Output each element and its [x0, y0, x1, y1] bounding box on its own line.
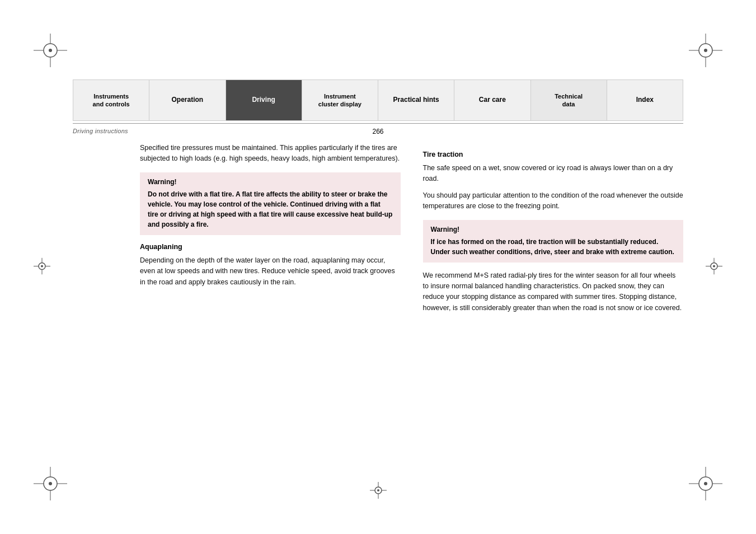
nav-item-index[interactable]: Index — [607, 80, 683, 120]
page-number: 266 — [372, 128, 383, 135]
corner-mark-tl — [34, 34, 67, 67]
intro-text: Specified tire pressures must be maintai… — [140, 143, 401, 165]
svg-point-41 — [377, 489, 379, 491]
svg-point-5 — [49, 49, 52, 52]
warning1-text: Do not drive with a flat tire. A flat ti… — [148, 189, 393, 229]
svg-point-11 — [704, 49, 707, 52]
corner-mark-bl — [34, 467, 67, 500]
section-label: Driving instructions — [73, 128, 128, 134]
side-mark-bottom — [370, 482, 387, 500]
right-column: Tire traction The safe speed on a wet, s… — [423, 143, 684, 461]
nav-item-instruments[interactable]: Instruments and controls — [73, 80, 149, 120]
nav-item-technical-data[interactable]: Technical data — [531, 80, 607, 120]
left-column: Specified tire pressures must be maintai… — [73, 143, 401, 461]
tire-traction-title: Tire traction — [423, 151, 684, 158]
content-area: Specified tire pressures must be maintai… — [73, 143, 683, 461]
svg-point-23 — [704, 482, 707, 485]
corner-mark-br — [689, 467, 722, 500]
side-mark-right — [706, 258, 722, 277]
corner-mark-tr — [689, 34, 722, 67]
svg-point-17 — [49, 482, 52, 485]
nav-item-operation[interactable]: Operation — [149, 80, 226, 120]
warning-box-1: Warning! Do not drive with a flat tire. … — [140, 172, 401, 235]
nav-item-driving[interactable]: Driving — [226, 80, 302, 120]
navigation-bar: Instruments and controls Operation Drivi… — [73, 79, 683, 121]
aquaplaning-title: Aquaplaning — [140, 243, 401, 251]
warning2-text: If ice has formed on the road, tire trac… — [431, 237, 676, 257]
nav-item-car-care[interactable]: Car care — [454, 80, 530, 120]
aquaplaning-text: Depending on the depth of the water laye… — [140, 255, 401, 288]
recommendation-text: We recommend M+S rated radial-ply tires … — [423, 270, 684, 314]
nav-item-instrument-cluster[interactable]: Instrument cluster display — [302, 80, 378, 120]
divider — [73, 123, 683, 124]
svg-point-35 — [713, 265, 715, 268]
side-mark-left — [34, 258, 50, 277]
warning-box-2: Warning! If ice has formed on the road, … — [423, 220, 684, 263]
warning1-title: Warning! — [148, 178, 393, 186]
svg-point-29 — [41, 265, 43, 268]
nav-item-practical-hints[interactable]: Practical hints — [378, 80, 454, 120]
tire-traction-text1: The safe speed on a wet, snow covered or… — [423, 163, 684, 185]
warning2-title: Warning! — [431, 226, 676, 233]
tire-traction-text2: You should pay particular attention to t… — [423, 190, 684, 212]
